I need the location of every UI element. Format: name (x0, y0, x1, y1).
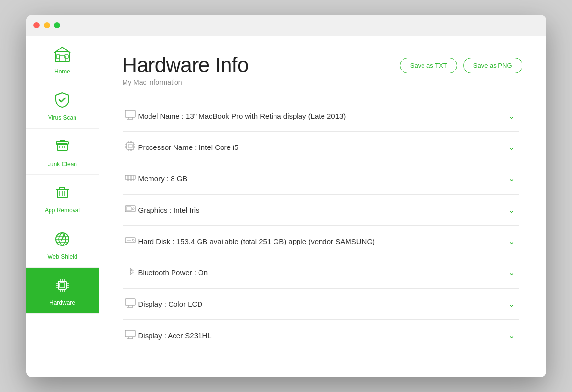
svg-rect-0 (55, 52, 69, 62)
info-row-display-acer[interactable]: Display : Acer S231HL ⌄ (123, 320, 519, 351)
monitor-icon (123, 109, 138, 122)
svg-rect-26 (60, 283, 65, 288)
minimize-button[interactable] (44, 22, 50, 28)
chevron-down-icon: ⌄ (508, 237, 515, 246)
info-row-display-lcd-text: Display : Color LCD (138, 300, 502, 308)
sidebar-item-virus-scan[interactable]: Virus Scan (26, 82, 99, 128)
cpu-icon (123, 141, 138, 154)
page-header: Hardware Info My Mac information Save as… (123, 54, 522, 86)
sidebar-item-app-removal[interactable]: App Removal (26, 175, 99, 221)
svg-point-70 (132, 208, 134, 210)
page-subtitle: My Mac information (123, 78, 249, 86)
web-icon (53, 230, 71, 250)
save-txt-button[interactable]: Save as TXT (400, 58, 457, 73)
info-row-hard-disk[interactable]: Hard Disk : 153.4 GB available (total 25… (123, 226, 519, 257)
chevron-down-icon: ⌄ (508, 111, 515, 121)
info-row-processor-text: Processor Name : Intel Core i5 (138, 143, 502, 151)
page-title: Hardware Info (123, 54, 249, 76)
sidebar: Home Virus Scan (26, 36, 99, 377)
bluetooth-icon (123, 266, 138, 279)
chevron-down-icon: ⌄ (508, 268, 515, 277)
save-png-button[interactable]: Save as PNG (463, 58, 522, 73)
info-row-display-lcd[interactable]: Display : Color LCD ⌄ (123, 289, 519, 320)
svg-rect-1 (59, 56, 65, 62)
info-row-graphics-text: Graphics : Intel Iris (138, 206, 502, 214)
sidebar-item-home-label: Home (54, 68, 70, 75)
page-title-section: Hardware Info My Mac information (123, 54, 249, 86)
graphics-icon (123, 203, 138, 217)
sidebar-item-web-shield[interactable]: Web Shield (26, 221, 99, 268)
chevron-down-icon: ⌄ (508, 299, 515, 309)
info-list: Model Name : 13" MacBook Pro with Retina… (123, 100, 522, 366)
chip-icon (53, 276, 71, 296)
sidebar-item-hardware-label: Hardware (50, 299, 75, 306)
main-content: Hardware Info My Mac information Save as… (99, 36, 546, 377)
title-bar (26, 15, 546, 36)
info-row-bluetooth[interactable]: Bluetooth Power : On ⌄ (123, 257, 519, 289)
header-actions: Save as TXT Save as PNG (400, 58, 522, 73)
chevron-down-icon: ⌄ (508, 205, 515, 215)
display-icon (123, 297, 138, 311)
info-row-graphics[interactable]: Graphics : Intel Iris ⌄ (123, 195, 519, 226)
maximize-button[interactable] (54, 22, 60, 28)
sidebar-item-junk-clean[interactable]: Junk Clean (26, 129, 99, 175)
sidebar-item-virus-scan-label: Virus Scan (48, 114, 76, 121)
sidebar-item-home[interactable]: Home (26, 36, 99, 82)
shield-icon (53, 91, 71, 111)
app-body: Home Virus Scan (26, 36, 546, 377)
info-row-processor[interactable]: Processor Name : Intel Core i5 ⌄ (123, 132, 519, 163)
svg-rect-5 (56, 142, 68, 144)
memory-icon (123, 172, 138, 185)
svg-rect-39 (125, 110, 135, 117)
sidebar-item-hardware[interactable]: Hardware (26, 268, 99, 314)
svg-rect-78 (125, 330, 135, 337)
sidebar-item-junk-clean-label: Junk Clean (48, 161, 77, 168)
display2-icon (123, 329, 138, 342)
svg-point-72 (132, 239, 134, 241)
info-row-hard-disk-text: Hard Disk : 153.4 GB available (total 25… (138, 237, 502, 245)
svg-point-24 (63, 234, 65, 236)
svg-rect-44 (128, 144, 132, 148)
close-button[interactable] (33, 22, 40, 28)
svg-rect-74 (125, 299, 135, 305)
chevron-down-icon: ⌄ (508, 143, 515, 152)
info-row-memory[interactable]: Memory : 8 GB ⌄ (123, 163, 519, 195)
sidebar-item-web-shield-label: Web Shield (47, 253, 77, 260)
info-row-bluetooth-text: Bluetooth Power : On (138, 269, 502, 277)
trash-icon (53, 184, 71, 204)
info-row-model-name-text: Model Name : 13" MacBook Pro with Retina… (138, 112, 502, 120)
chevron-down-icon: ⌄ (508, 174, 515, 183)
junk-icon (53, 138, 71, 158)
info-row-memory-text: Memory : 8 GB (138, 174, 502, 183)
traffic-lights (33, 22, 60, 28)
svg-rect-69 (126, 207, 131, 211)
svg-rect-43 (127, 143, 134, 149)
hdd-icon (123, 235, 138, 248)
info-row-model-name[interactable]: Model Name : 13" MacBook Pro with Retina… (123, 100, 519, 132)
sidebar-item-app-removal-label: App Removal (45, 207, 80, 214)
info-row-display-acer-text: Display : Acer S231HL (138, 331, 502, 340)
app-window: Home Virus Scan (26, 15, 546, 377)
chevron-down-icon: ⌄ (508, 331, 515, 340)
home-icon (53, 45, 71, 65)
